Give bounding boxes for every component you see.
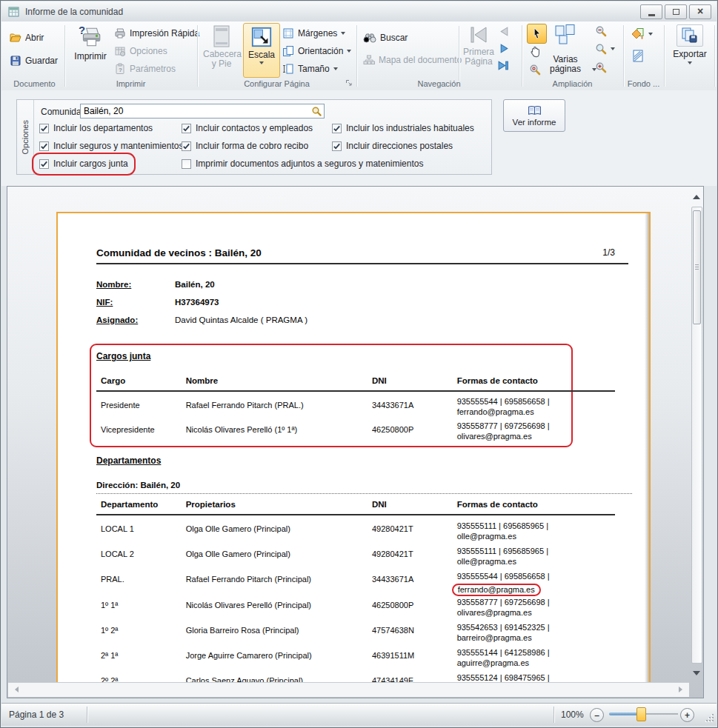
checkbox-box[interactable]	[39, 141, 49, 151]
annotation-circle-cargos-junta	[32, 153, 136, 176]
cabecera-y-pie-button[interactable]: Cabecera y Pie	[202, 25, 241, 77]
restore-icon	[673, 9, 679, 15]
margenes-button[interactable]: Márgenes	[282, 27, 345, 39]
zoom-out-button[interactable]	[595, 25, 608, 38]
window-title: Informe de la comunidad	[25, 7, 123, 17]
scrollbar-track[interactable]	[691, 207, 702, 664]
zoom-level-button[interactable]	[595, 43, 608, 56]
ver-informe-button[interactable]: Ver informe	[503, 99, 565, 132]
cargos-table-header: Cargo Nombre DNI Formas de contacto	[101, 376, 615, 385]
checkbox-box[interactable]	[39, 124, 49, 133]
divider	[459, 26, 459, 81]
divider	[87, 707, 87, 723]
search-icon[interactable]	[311, 106, 322, 117]
group-documento: Abrir Guardar Documento	[5, 21, 65, 90]
watermark-button[interactable]	[632, 49, 644, 63]
field-label: NIF:	[96, 298, 113, 307]
scroll-left-icon[interactable]	[15, 687, 19, 692]
checkbox-direcciones-postales[interactable]: Incluir direcciones postales	[332, 141, 453, 151]
abrir-button[interactable]: Abrir	[10, 32, 44, 44]
dropdown-arrow-icon	[333, 67, 338, 70]
clipboard-question-icon: ?	[114, 63, 126, 75]
opciones-button[interactable]: Opciones	[114, 45, 167, 57]
varias-paginas-button[interactable]: Varias páginas	[540, 53, 591, 74]
scroll-up-icon[interactable]	[693, 195, 700, 199]
group-label-configurar: Configurar Página	[198, 79, 356, 88]
group-label-documento: Documento	[5, 79, 64, 88]
departamentos-heading: Departamentos	[96, 455, 161, 466]
document-map-icon	[363, 55, 375, 65]
buscar-button[interactable]: Buscar	[363, 33, 408, 43]
checkbox-forma-cobro[interactable]: Incluir forma de cobro recibo	[182, 141, 308, 151]
report-page: Comunidad de vecinos : Bailén, 20 1/3 No…	[56, 212, 651, 687]
page-size-icon	[282, 63, 294, 75]
scroll-down-icon[interactable]	[693, 671, 700, 675]
group-label-navegacion: Navegación	[357, 79, 521, 88]
print-preview-area: Comunidad de vecinos : Bailén, 20 1/3 No…	[7, 186, 704, 698]
close-button[interactable]: ×	[689, 4, 711, 19]
horizontal-scrollbar[interactable]	[8, 682, 689, 697]
page-indicator: 1/3	[569, 247, 615, 258]
printer-question-icon: ?	[78, 24, 103, 50]
checkbox-box[interactable]	[182, 159, 191, 169]
checkbox-industriales[interactable]: Incluir los industriales habituales	[332, 123, 474, 133]
checkbox-box[interactable]	[182, 141, 191, 151]
checkbox-imprimir-adjuntos[interactable]: Imprimir documentos adjuntos a seguros y…	[182, 158, 423, 169]
checkbox-incluir-seguros[interactable]: Incluir seguros y mantenimientos	[39, 141, 183, 151]
departamento-row: LOCAL 1 Olga Olle Gamero (Principal) 492…	[101, 521, 615, 541]
impresion-rapida-button[interactable]: Impresión Rápida	[114, 27, 199, 39]
group-configurar-pagina: Cabecera y Pie Escala Márgenes Orientaci…	[198, 21, 357, 90]
checkbox-incluir-contactos[interactable]: Incluir contactos y empleados	[182, 123, 313, 133]
checkbox-box[interactable]	[332, 141, 342, 151]
group-label-fondo: Fondo ...	[624, 79, 663, 88]
annotation-oval-email: ferrando@pragma.es	[452, 584, 541, 597]
departamento-row: 2ª 1ª Jorge Aguirre Camarero (Principal)…	[101, 648, 615, 668]
zoom-in-button[interactable]	[595, 61, 608, 74]
scroll-right-icon[interactable]	[679, 687, 682, 692]
departamentos-table-header: Departamento Propietarios DNI Formas de …	[101, 500, 615, 509]
open-folder-icon	[10, 32, 21, 44]
minimize-button[interactable]	[640, 4, 662, 19]
export-icon	[677, 24, 703, 47]
page-count-label: Página 1 de 3	[9, 709, 64, 720]
departamento-row: PRAL. Rafael Ferrando Pitarch (Principal…	[101, 572, 615, 596]
zoom-in-button[interactable]: +	[680, 708, 694, 722]
orientacion-button[interactable]: Orientación	[282, 45, 351, 57]
scrollbar-thumb[interactable]	[693, 210, 701, 324]
group-label-imprimir: Imprimir	[65, 79, 196, 88]
previous-page-button[interactable]	[499, 26, 510, 37]
mapa-documento-button[interactable]: Mapa del documento	[363, 55, 462, 65]
zoom-slider-thumb[interactable]	[636, 707, 646, 721]
dropdown-arrow-icon	[648, 33, 653, 36]
tamano-button[interactable]: Tamaño	[282, 63, 338, 75]
comunidad-input[interactable]: Bailén, 20	[80, 104, 325, 118]
page-color-button[interactable]	[630, 27, 645, 41]
group-navegacion: Buscar Mapa del documento Primera Página…	[357, 21, 522, 90]
parametros-button[interactable]: ? Parámetros	[114, 63, 176, 75]
checkbox-incluir-departamentos[interactable]: Incluir los departamentos	[39, 123, 153, 133]
zoom-out-button[interactable]: –	[590, 708, 604, 722]
next-page-button[interactable]	[499, 43, 510, 54]
departamento-row: LOCAL 2 Olga Olle Gamero (Principal) 492…	[101, 547, 615, 567]
cargos-row: Vicepresidente Nicolás Olivares Perelló …	[101, 421, 615, 441]
guardar-button[interactable]: Guardar	[10, 55, 58, 67]
checkbox-box[interactable]	[332, 124, 342, 133]
vertical-scrollbar[interactable]	[691, 189, 703, 681]
dropdown-arrow-icon	[259, 61, 264, 64]
primera-pagina-button[interactable]: Primera Página	[462, 24, 496, 76]
dropdown-arrow-icon	[688, 61, 692, 64]
binoculars-icon	[363, 33, 376, 43]
imprimir-button[interactable]: ? Imprimir	[70, 24, 111, 76]
resize-grip[interactable]	[705, 712, 714, 721]
divider	[554, 707, 554, 723]
escala-button[interactable]: Escala	[243, 23, 280, 78]
pointer-tool-button[interactable]	[527, 24, 547, 44]
thumb-grip	[695, 264, 699, 265]
last-page-button[interactable]	[497, 60, 510, 71]
checkbox-box[interactable]	[182, 124, 191, 133]
divider	[96, 263, 628, 264]
restore-button[interactable]	[665, 4, 687, 19]
exportar-button[interactable]: Exportar	[669, 23, 711, 78]
field-value: David Quintas Alcalde ( PRAGMA )	[175, 315, 308, 324]
options-panel: Opciones Comunidad: Bailén, 20 Incluir l…	[16, 99, 492, 175]
